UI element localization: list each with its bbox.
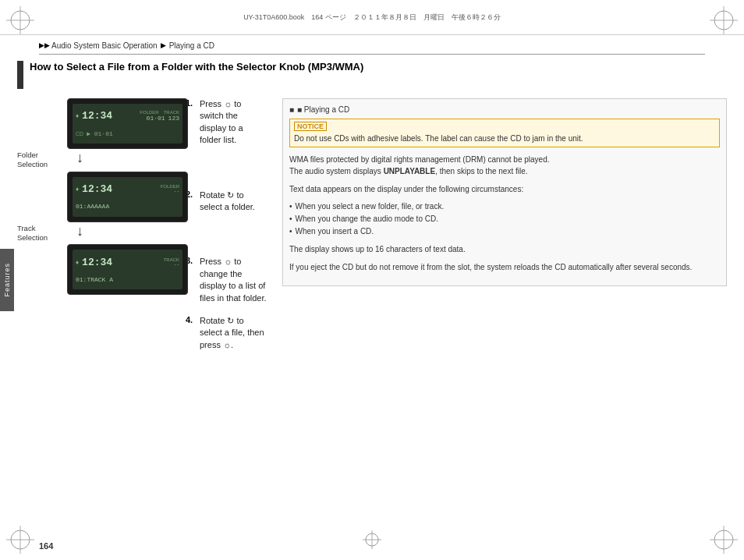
cd-unit-1: ♦ 12:34 FOLDER TRACK: [67, 98, 188, 149]
diagrams-and-steps: ♦ 12:34 FOLDER TRACK: [17, 98, 267, 362]
step-2-text: Rotate ↻ to select a folder.: [200, 190, 267, 214]
breadcrumb: ▶▶ Audio System Basic Operation ▶ Playin…: [39, 39, 705, 55]
step-1-text: Press ☼ to switch the display to a folde…: [200, 98, 267, 147]
page-number: 164: [39, 541, 53, 551]
track-selection-label: Track Selection: [17, 224, 64, 243]
para-chars: The display shows up to 16 characters of…: [289, 243, 720, 255]
top-bar-text: UY-31T0A600.book 164 ページ ２０１１年８月８日 月曜日 午…: [39, 12, 705, 23]
track-num-1: 123: [168, 115, 179, 122]
bottom-text-3: 01:TRACK A: [76, 276, 179, 283]
right-panel-title: ■ ■ Playing a CD: [289, 105, 720, 114]
corner-tr-decoration: [710, 6, 738, 34]
section-heading: How to Select a File from a Folder with …: [17, 61, 727, 89]
right-panel-title-icon: ■: [289, 105, 294, 114]
notice-label: NOTICE: [294, 122, 327, 131]
breadcrumb-item-1: Audio System Basic Operation: [51, 41, 158, 50]
corner-bl-decoration: [6, 526, 34, 554]
track-num-3: --: [174, 262, 179, 268]
folder-selection-label: FolderSelection: [17, 151, 64, 170]
screen-time-1: 12:34: [82, 110, 112, 122]
cd-unit-3: ♦ 12:34 TRACK -- 0: [67, 244, 188, 295]
step-3: 3. Press ☼ to change the display to a li…: [186, 256, 267, 304]
cd-icon-3: ♦: [76, 259, 79, 266]
bottom-track-1: ▶ 01·01: [87, 130, 113, 137]
screen-time-2: 12:34: [82, 183, 112, 195]
steps-list: 1. Press ☼ to switch the display to a fo…: [186, 98, 267, 362]
left-column: ♦ 12:34 FOLDER TRACK: [17, 98, 267, 362]
sidebar-tab-label: Features: [3, 263, 11, 297]
breadcrumb-arrow: ▶▶: [39, 41, 50, 49]
corner-br-decoration: [710, 526, 738, 554]
step-4: 4. Rotate ↻ to select a file, then press…: [186, 315, 267, 351]
breadcrumb-item-2: Playing a CD: [169, 41, 214, 50]
right-panel-body: WMA files protected by digital rights ma…: [289, 154, 720, 273]
step-3-text: Press ☼ to change the display to a list …: [200, 256, 267, 304]
top-bar: UY-31T0A600.book 164 ページ ２０１１年８月８日 月曜日 午…: [0, 0, 744, 35]
screen-time-3: 12:34: [82, 257, 112, 268]
cd-text-1: CD: [76, 131, 83, 136]
arrow-down-1: ↓: [76, 151, 173, 165]
section-heading-text: How to Select a File from a Folder with …: [30, 61, 363, 74]
bottom-text-2: 01:AAAAAA: [76, 203, 179, 210]
features-sidebar-tab: Features: [0, 249, 14, 311]
folder-track-1: 01·01: [147, 115, 165, 122]
page: UY-31T0A600.book 164 ページ ２０１１年８月８日 月曜日 午…: [0, 0, 744, 560]
two-column-layout: ♦ 12:34 FOLDER TRACK: [17, 98, 727, 362]
para-eject: If you eject the CD but do not remove it…: [289, 261, 720, 273]
corner-tl-decoration: [6, 6, 34, 34]
bullet-item-3: When you insert a CD.: [289, 226, 720, 237]
bullet-item-2: When you change the audio mode to CD.: [289, 214, 720, 225]
cd-icon-2: ♦: [76, 186, 79, 193]
right-panel: ■ ■ Playing a CD NOTICE Do not use CDs w…: [282, 98, 727, 286]
cd-unit-2: ♦ 12:34 FOLDER --: [67, 172, 188, 222]
bottom-center-crosshair: [363, 530, 381, 551]
main-content: How to Select a File from a Folder with …: [17, 61, 727, 529]
heading-bar: [17, 61, 23, 89]
cd-icon-1: ♦: [76, 112, 79, 119]
breadcrumb-separator: ▶: [161, 41, 166, 49]
para-text-data: Text data appears on the display under t…: [289, 183, 720, 195]
right-panel-title-text: ■ Playing a CD: [297, 105, 349, 114]
notice-box: NOTICE Do not use CDs with adhesive labe…: [289, 119, 720, 147]
bullet-item-1: When you select a new folder, file, or t…: [289, 201, 720, 212]
right-column: ■ ■ Playing a CD NOTICE Do not use CDs w…: [282, 98, 727, 362]
para-drm: WMA files protected by digital rights ma…: [289, 154, 720, 177]
notice-text: Do not use CDs with adhesive labels. The…: [294, 133, 715, 144]
bullet-list: When you select a new folder, file, or t…: [289, 201, 720, 237]
arrow-down-2: ↓: [76, 224, 173, 238]
step-2: 2. Rotate ↻ to select a folder.: [186, 190, 267, 214]
step-1: 1. Press ☼ to switch the display to a fo…: [186, 98, 267, 147]
folder-num-2: --: [174, 189, 179, 194]
step-4-text: Rotate ↻ to select a file, then press ☼.: [200, 315, 267, 351]
step-4-number: 4.: [186, 315, 197, 351]
